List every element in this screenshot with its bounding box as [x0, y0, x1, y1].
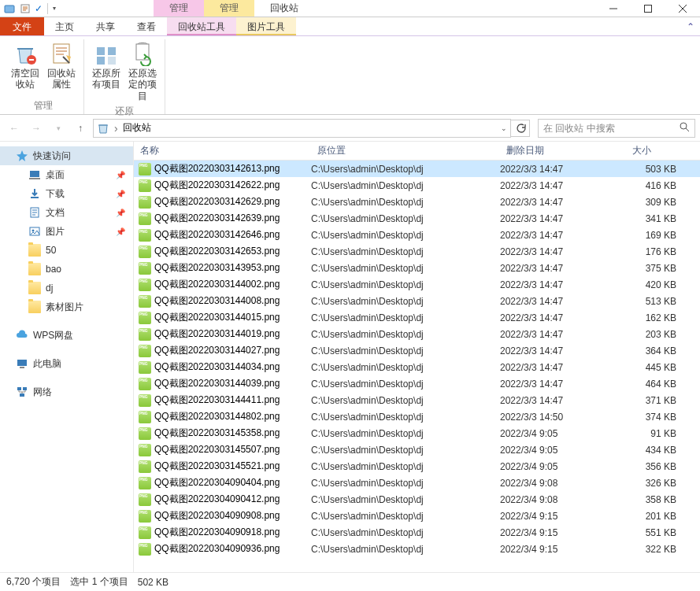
file-list[interactable]: QQ截图20220303142613.pngC:\Users\admin\Des…: [134, 161, 700, 572]
breadcrumb-item[interactable]: 回收站: [123, 121, 151, 135]
nav-up-button[interactable]: ↑: [71, 119, 90, 138]
sidebar-wps[interactable]: WPS网盘: [0, 326, 133, 345]
png-file-icon: [139, 229, 151, 242]
menu-view[interactable]: 查看: [126, 17, 167, 35]
search-box[interactable]: [538, 119, 695, 138]
breadcrumb-separator[interactable]: [114, 122, 118, 135]
file-size: 551 KB: [626, 527, 681, 538]
sidebar-item-dj[interactable]: dj: [0, 279, 133, 297]
ribbon: 清空回收站 回收站属性 管理 还原所有项目 还原选定的项目 还原: [0, 36, 700, 115]
nav-back-button[interactable]: ←: [5, 119, 24, 138]
restore-all-button[interactable]: 还原所有项目: [89, 39, 124, 103]
navigation-toolbar: ← → ▾ ↑ 回收站 ⌄: [0, 115, 700, 142]
qat-dropdown-icon[interactable]: ▾: [53, 5, 56, 12]
sidebar-this-pc[interactable]: 此电脑: [0, 354, 133, 373]
file-row[interactable]: QQ截图20220303144027.pngC:\Users\admin\Des…: [134, 342, 700, 359]
file-deleted-date: 2022/3/3 14:47: [500, 312, 626, 323]
sidebar-this-pc-label: 此电脑: [33, 357, 61, 371]
png-file-icon: [139, 477, 151, 489]
file-row[interactable]: QQ截图20220304090412.pngC:\Users\admin\Des…: [134, 491, 700, 508]
file-name: QQ截图20220304090918.png: [154, 526, 280, 539]
search-input[interactable]: [543, 123, 679, 134]
refresh-button[interactable]: [511, 120, 530, 137]
menu-recycle-tools[interactable]: 回收站工具: [167, 17, 236, 35]
menu-picture-tools[interactable]: 图片工具: [236, 17, 296, 35]
column-name[interactable]: 名称: [134, 144, 311, 157]
qat-app-icon[interactable]: [3, 2, 16, 15]
maximize-button[interactable]: [631, 0, 665, 17]
recycle-bin-properties-button[interactable]: 回收站属性: [44, 39, 79, 98]
sidebar-item-图片[interactable]: 图片📌: [0, 222, 133, 241]
qat-check-icon[interactable]: ✓: [35, 3, 43, 14]
file-row[interactable]: QQ截图20220303144015.pngC:\Users\admin\Des…: [134, 309, 700, 326]
nav-forward-button[interactable]: →: [27, 119, 46, 138]
nav-recent-dropdown[interactable]: ▾: [49, 119, 68, 138]
column-deleted-date[interactable]: 删除日期: [500, 144, 626, 157]
address-dropdown-icon[interactable]: ⌄: [501, 124, 507, 132]
context-tab-manage-yellow[interactable]: 管理: [204, 0, 254, 17]
empty-bin-label: 清空回收站: [9, 68, 41, 90]
column-size[interactable]: 大小: [626, 144, 700, 157]
sidebar-item-文档[interactable]: 文档📌: [0, 203, 133, 222]
svg-rect-20: [20, 393, 24, 397]
sidebar-item-label: 素材图片: [46, 301, 83, 314]
file-deleted-date: 2022/3/3 14:47: [500, 279, 626, 290]
qat-properties-icon[interactable]: [19, 2, 31, 15]
file-row[interactable]: QQ截图20220304090918.pngC:\Users\admin\Des…: [134, 524, 700, 541]
sidebar-item-label: 下载: [46, 187, 65, 201]
menu-home[interactable]: 主页: [44, 17, 85, 35]
png-file-icon: [139, 526, 151, 539]
file-row[interactable]: QQ截图20220303144002.pngC:\Users\admin\Des…: [134, 276, 700, 293]
file-row[interactable]: QQ截图20220303145521.pngC:\Users\admin\Des…: [134, 458, 700, 475]
file-row[interactable]: QQ截图20220303142629.pngC:\Users\admin\Des…: [134, 194, 700, 210]
file-row[interactable]: QQ截图20220303144039.pngC:\Users\admin\Des…: [134, 375, 700, 392]
file-row[interactable]: QQ截图20220304090908.pngC:\Users\admin\Des…: [134, 508, 700, 524]
svg-rect-2: [645, 5, 652, 12]
file-row[interactable]: QQ截图20220304090936.pngC:\Users\admin\Des…: [134, 541, 700, 557]
ribbon-collapse-icon[interactable]: ⌃: [681, 21, 700, 32]
menu-share[interactable]: 共享: [85, 17, 126, 35]
file-row[interactable]: QQ截图20220303142613.pngC:\Users\admin\Des…: [134, 161, 700, 177]
file-deleted-date: 2022/3/3 14:47: [500, 164, 626, 175]
sidebar-item-bao[interactable]: bao: [0, 260, 133, 279]
file-row[interactable]: QQ截图20220303145507.pngC:\Users\admin\Des…: [134, 441, 700, 458]
search-icon[interactable]: [679, 121, 690, 135]
pin-icon: 📌: [116, 227, 125, 236]
sidebar-network[interactable]: 网络: [0, 382, 133, 401]
file-row[interactable]: QQ截图20220303142653.pngC:\Users\admin\Des…: [134, 243, 700, 260]
file-row[interactable]: QQ截图20220303144802.pngC:\Users\admin\Des…: [134, 408, 700, 425]
file-location: C:\Users\admin\Desktop\dj: [311, 180, 500, 191]
file-row[interactable]: QQ截图20220303142622.pngC:\Users\admin\Des…: [134, 177, 700, 194]
file-row[interactable]: QQ截图20220303144008.pngC:\Users\admin\Des…: [134, 293, 700, 309]
file-size: 201 KB: [626, 511, 681, 522]
file-row[interactable]: QQ截图20220303142646.pngC:\Users\admin\Des…: [134, 227, 700, 243]
file-location: C:\Users\admin\Desktop\dj: [311, 428, 500, 439]
file-row[interactable]: QQ截图20220303143953.pngC:\Users\admin\Des…: [134, 260, 700, 276]
file-row[interactable]: QQ截图20220303144034.pngC:\Users\admin\Des…: [134, 359, 700, 375]
file-row[interactable]: QQ截图20220303144019.pngC:\Users\admin\Des…: [134, 326, 700, 342]
file-size: 420 KB: [626, 279, 681, 290]
sidebar-item-label: dj: [46, 283, 53, 294]
column-location[interactable]: 原位置: [311, 144, 500, 157]
context-tab-manage-pink[interactable]: 管理: [154, 0, 204, 17]
navigation-pane[interactable]: 快速访问 桌面📌下载📌文档📌图片📌50baodj素材图片 WPS网盘 此电脑 网…: [0, 142, 134, 572]
sidebar-item-50[interactable]: 50: [0, 241, 133, 260]
png-file-icon: [139, 163, 151, 175]
empty-recycle-bin-button[interactable]: 清空回收站: [8, 39, 43, 98]
menu-file[interactable]: 文件: [0, 17, 44, 35]
svg-rect-17: [20, 367, 24, 368]
address-bar[interactable]: 回收站 ⌄: [93, 119, 511, 138]
minimize-button[interactable]: [596, 0, 631, 17]
folder-icon: [28, 244, 41, 257]
file-row[interactable]: QQ截图20220303145358.pngC:\Users\admin\Des…: [134, 425, 700, 441]
restore-selected-button[interactable]: 还原选定的项目: [125, 39, 160, 103]
sidebar-item-桌面[interactable]: 桌面📌: [0, 165, 133, 184]
file-row[interactable]: QQ截图20220303142639.pngC:\Users\admin\Des…: [134, 210, 700, 227]
sidebar-item-下载[interactable]: 下载📌: [0, 184, 133, 203]
close-button[interactable]: [665, 0, 700, 17]
file-location: C:\Users\admin\Desktop\dj: [311, 494, 500, 505]
file-row[interactable]: QQ截图20220304090404.pngC:\Users\admin\Des…: [134, 475, 700, 491]
file-row[interactable]: QQ截图20220303144411.pngC:\Users\admin\Des…: [134, 392, 700, 408]
sidebar-item-素材图片[interactable]: 素材图片: [0, 297, 133, 316]
sidebar-quick-access[interactable]: 快速访问: [0, 146, 133, 165]
